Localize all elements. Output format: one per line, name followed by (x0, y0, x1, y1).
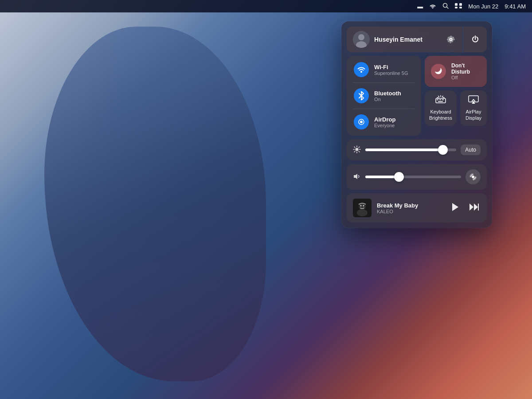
svg-point-22 (356, 148, 359, 151)
wifi-menubar-icon[interactable] (429, 3, 436, 10)
brightness-icon (353, 145, 361, 155)
user-name: Huseyin Emanet (374, 36, 422, 43)
np-title: Break My Baby (377, 202, 444, 209)
bluetooth-label: Bluetooth (374, 90, 401, 97)
svg-rect-40 (478, 203, 479, 211)
wallpaper-shape (44, 27, 266, 381)
airplay-display-label: AirPlay Display (466, 109, 481, 121)
svg-line-17 (438, 96, 439, 97)
airdrop-sublabel: Everyone (374, 123, 395, 128)
do-not-disturb-tile[interactable]: Don't Disturb Off (425, 56, 487, 87)
svg-line-27 (354, 147, 355, 148)
airplay-display-tile[interactable]: AirPlay Display (460, 90, 487, 126)
svg-line-18 (442, 96, 443, 97)
tiles-row: Wi-Fi Superonline 5G Bluetooth On (347, 56, 487, 136)
svg-line-29 (359, 147, 360, 148)
svg-point-7 (358, 34, 364, 40)
keyboard-brightness-tile[interactable]: Keyboard Brightness (425, 90, 457, 126)
menubar-time: 9:41 AM (505, 3, 526, 10)
svg-point-10 (360, 121, 363, 123)
bluetooth-icon-circle (354, 88, 369, 103)
svg-line-1 (447, 7, 449, 8)
wifi-sublabel: Superonline 5G (374, 70, 408, 76)
power-button[interactable] (464, 27, 487, 52)
volume-icon (353, 173, 361, 181)
play-button[interactable] (450, 201, 461, 215)
do-not-disturb-text: Don't Disturb Off (451, 63, 481, 80)
svg-rect-12 (437, 99, 438, 100)
svg-line-30 (354, 151, 355, 152)
wifi-icon-circle (354, 62, 369, 77)
svg-rect-11 (436, 98, 446, 103)
do-not-disturb-icon (431, 64, 446, 79)
skip-forward-button[interactable] (467, 201, 481, 215)
svg-point-35 (360, 205, 362, 207)
user-profile[interactable]: Huseyin Emanet (347, 27, 439, 52)
airdrop-text: AirDrop Everyone (374, 116, 395, 128)
bluetooth-sublabel: On (374, 97, 401, 102)
album-art (353, 199, 372, 217)
right-tiles: Don't Disturb Off (425, 56, 487, 136)
now-playing-info: Break My Baby KALEO (377, 202, 444, 214)
svg-rect-14 (442, 99, 444, 100)
svg-point-9 (360, 71, 362, 73)
airdrop-label: AirDrop (374, 116, 395, 123)
do-not-disturb-sub: Off (451, 75, 481, 80)
svg-line-28 (359, 151, 360, 152)
airplay-audio-button[interactable] (466, 169, 481, 184)
svg-line-20 (443, 98, 444, 98)
settings-button[interactable] (439, 27, 462, 52)
now-playing-controls (450, 201, 481, 215)
volume-slider-row (347, 164, 487, 190)
airdrop-icon-circle (354, 114, 369, 129)
np-artist: KALEO (377, 209, 444, 214)
svg-line-19 (437, 98, 438, 98)
brightness-track[interactable] (365, 149, 456, 151)
svg-point-31 (472, 176, 474, 178)
do-not-disturb-label: Don't Disturb (451, 63, 481, 75)
keyboard-brightness-label: Keyboard Brightness (429, 109, 452, 121)
bluetooth-item[interactable]: Bluetooth On (353, 86, 415, 105)
svg-point-34 (357, 209, 368, 216)
search-menubar-icon[interactable] (442, 3, 449, 10)
svg-rect-15 (438, 101, 443, 102)
menubar-date: Mon Jun 22 (468, 3, 498, 10)
svg-rect-4 (455, 7, 458, 8)
svg-rect-3 (459, 3, 462, 6)
svg-rect-13 (439, 99, 441, 100)
svg-rect-5 (459, 7, 462, 8)
connectivity-tile: Wi-Fi Superonline 5G Bluetooth On (347, 56, 421, 136)
brightness-auto-button[interactable]: Auto (461, 145, 481, 155)
airdrop-item[interactable]: AirDrop Everyone (353, 113, 415, 131)
svg-marker-38 (469, 203, 473, 211)
user-row: Huseyin Emanet (347, 27, 487, 52)
wifi-label: Wi-Fi (374, 64, 408, 70)
now-playing-row: Break My Baby KALEO (347, 193, 487, 223)
airplay-display-icon (468, 95, 479, 106)
wifi-text: Wi-Fi Superonline 5G (374, 64, 408, 76)
bluetooth-text: Bluetooth On (374, 90, 401, 102)
control-center-icon[interactable] (455, 3, 462, 10)
small-tiles-row: Keyboard Brightness (425, 90, 487, 126)
svg-marker-39 (474, 203, 478, 211)
brightness-slider-row: Auto (347, 139, 487, 160)
avatar (353, 31, 370, 48)
keyboard-brightness-icon (435, 95, 446, 106)
svg-rect-2 (455, 3, 458, 6)
menubar: ▬ Mon Jun 22 9:41 AM (0, 0, 532, 12)
volume-track[interactable] (365, 176, 461, 178)
user-buttons (439, 27, 487, 52)
control-center: Huseyin Emanet (341, 21, 492, 228)
svg-marker-37 (452, 203, 458, 211)
battery-icon[interactable]: ▬ (417, 3, 423, 10)
wifi-item[interactable]: Wi-Fi Superonline 5G (353, 60, 415, 79)
svg-point-36 (363, 205, 364, 207)
